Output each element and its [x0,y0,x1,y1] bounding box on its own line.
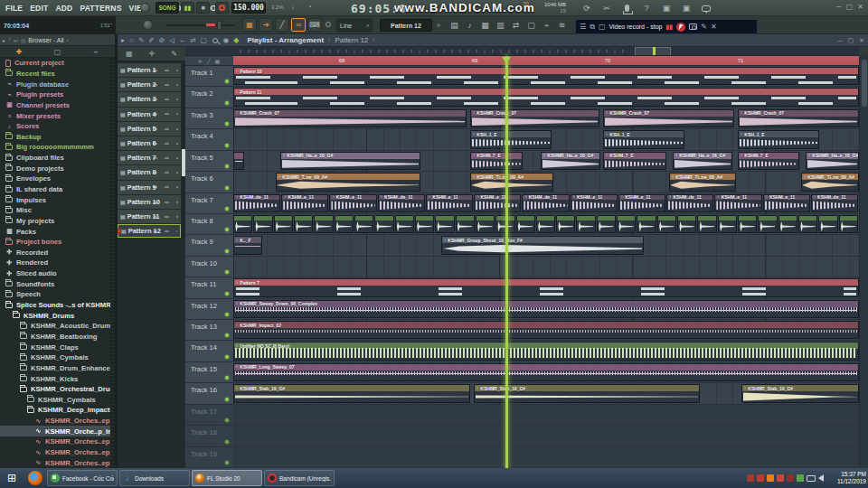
browser-item[interactable]: Misc [0,205,115,216]
browser-item[interactable]: Clipboard files [0,153,115,164]
pattern-row[interactable]: ▤Pattern 3 [118,92,181,106]
track-name[interactable]: Track 1 [185,66,233,86]
add-pattern-button[interactable]: ＋ [435,20,442,30]
timeline-ruler[interactable]: 68697071 [233,56,859,66]
track-name[interactable]: Track 4 [185,129,233,149]
track-name[interactable]: Track 11 [185,277,233,297]
browser-item[interactable]: KSHMR_Drum_Enhancers [0,363,115,374]
master-volume-slider[interactable] [166,24,235,26]
browser-item[interactable]: Speech [0,289,115,300]
track-lane[interactable]: ≡K.._F≡KSHMR_Group_Shout_19_Hoo_F# [233,235,859,255]
browser-item[interactable]: ∿KSHMR_Orches..ep_Impact_05 [0,457,115,468]
browser-item[interactable]: IL shared data [0,184,115,195]
clip[interactable]: ≡KSH..1_E [603,130,684,148]
link-icon[interactable]: ∞ [291,18,306,32]
clip[interactable] [233,215,252,233]
track-name[interactable]: Track 2 [185,87,233,107]
menu-file[interactable]: FILE [2,4,26,13]
browser-item[interactable]: My projects [0,216,115,227]
track-led[interactable] [225,270,229,274]
select-tool-icon[interactable]: ▢ [201,36,207,44]
track-lane[interactable] [233,426,859,446]
clip[interactable]: ≡KSH..1_E [738,130,819,148]
cut-icon[interactable]: ✂ [599,2,615,14]
bandicam-menu-icon[interactable]: ☰ [580,23,586,31]
track-led[interactable] [225,122,229,126]
track-lane[interactable]: ≡KSH..1_E≡KSH..1_E≡KSH..1_E [233,129,859,149]
clip[interactable]: ≡KSHM..e_11 [281,194,328,212]
browser-item[interactable]: KSHMR_Drums [0,310,115,321]
track-led[interactable] [225,249,229,253]
clip[interactable]: ≡KSH..1_E [470,130,552,148]
bandicam-region-icon[interactable]: ▢ [599,23,606,31]
clip[interactable]: ≡KSHM..7_E [603,152,666,170]
typing-keyboard-icon[interactable]: ⟳ [579,2,595,14]
clip[interactable]: ≡KSHM..e_11 [571,194,618,212]
clip[interactable] [253,215,272,233]
tray-icon-3[interactable] [777,474,784,482]
clip[interactable] [335,215,354,233]
track-led[interactable] [225,355,229,359]
clip[interactable]: ≡Pattern 11 [233,88,859,106]
clip[interactable] [354,215,373,233]
browser-item[interactable]: KSHMR_Acoustic_Drums [0,321,115,332]
browser-item[interactable]: ✚Rendered [0,258,115,268]
track-name[interactable]: Track 16 [185,383,233,403]
bandicam-draw-button[interactable]: ✎ [701,23,707,31]
clip[interactable]: ≡KSHMR_Crash_07 [603,109,734,127]
resize-icon[interactable]: ✛ [198,58,203,64]
track-name[interactable]: Track 13 [185,320,233,340]
save-new-version-icon[interactable]: ▣ [678,2,694,14]
track-lane[interactable]: ≡KSHMR_Long_Sweep_07 [233,362,859,382]
collapse-icon[interactable]: ▸ [3,37,5,43]
clip[interactable] [435,215,454,233]
controls-view-icon[interactable]: ✛ [149,50,156,58]
menu-edit[interactable]: EDIT [26,4,52,13]
browser-item[interactable]: Project bones [0,237,115,248]
slice-tool-icon[interactable]: ⇄ [190,36,195,44]
bandicam-window-icon[interactable]: ⧉ [590,23,595,32]
metronome-icon[interactable]: ♩ [291,3,298,11]
track-name[interactable]: Track 9 [185,235,233,255]
pattern-selector[interactable]: Pattern 12 [380,19,432,32]
pattern-row[interactable]: ▤Pattern 12 [118,224,181,238]
clip[interactable] [778,215,797,233]
clip[interactable]: ≡KSHMR_Ti..ne_09_A# [470,173,553,191]
speaker-icon[interactable] [818,474,824,482]
browser-item[interactable]: Current project [0,58,115,69]
clip[interactable]: ≡KSHMR_Stab_19_G# [741,384,859,402]
track-name[interactable]: Track 14 [185,341,233,361]
clip[interactable] [415,215,434,233]
tray-icon-4[interactable] [787,474,794,482]
magnet-icon[interactable]: ∩ [129,36,134,44]
clip[interactable]: ≡KSHMR_Crash_07 [233,109,467,127]
browser-item[interactable]: ⌁Plugin presets [0,89,115,100]
clip[interactable]: ≡Uplifter NO SC (8 Bars) [233,342,859,360]
track-led[interactable] [225,101,229,105]
clip[interactable]: ≡KSHMR_Ha..e_16_G# [280,152,420,170]
clip[interactable]: ≡KSHM..de_11 [522,194,569,212]
track-led[interactable] [225,186,229,190]
clip[interactable]: ≡KSHM..e_11 [714,194,761,212]
back-icon[interactable]: ↩ [14,37,18,43]
clip[interactable]: ≡KSHM..de_11 [811,194,858,212]
clip[interactable] [395,215,414,233]
track-lane[interactable]: ≡Pattern 11 [233,87,859,107]
clip[interactable]: ≡KSHMR_Stab_19_G# [233,384,470,402]
track-led[interactable] [225,376,229,380]
track-name[interactable]: Track 6 [185,172,233,192]
clip[interactable] [657,215,676,233]
detach-icon[interactable]: ▸ [121,36,125,44]
pattern-song-toggle-icon[interactable]: ▦ [242,18,257,32]
clip[interactable]: ≡KSHM..e_11 [474,194,521,212]
taskbar-clock[interactable]: 15:37 PM11/12/2019 [830,471,866,485]
slide-icon[interactable]: ╱ [275,18,289,32]
playlist-scroll-thumb[interactable] [862,60,867,107]
clip[interactable] [294,215,313,233]
track-name[interactable]: Track 7 [185,193,233,213]
clip[interactable] [677,215,696,233]
mixer-icon[interactable]: ▥ [493,18,508,32]
playlist-breadcrumb[interactable]: Pattern 12 [335,36,368,44]
track-lane[interactable]: ≡KSHMR_Impact_02 [233,320,859,340]
browser-item[interactable]: KSHMR_Orchestral_Drums [0,384,115,395]
